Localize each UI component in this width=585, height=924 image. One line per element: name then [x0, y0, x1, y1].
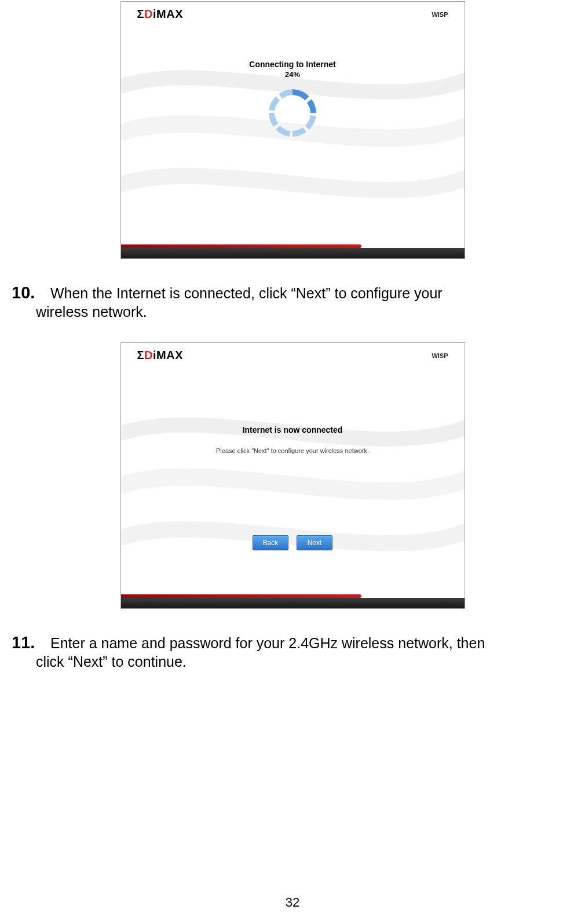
step-text-line1: When the Internet is connected, click “N… — [50, 285, 443, 301]
next-button[interactable]: Next — [297, 535, 332, 550]
step-number: 10. — [12, 282, 46, 303]
footer-bar — [121, 598, 465, 609]
step-11: 11. Enter a name and password for your 2… — [12, 632, 573, 671]
step-10: 10. When the Internet is connected, clic… — [12, 282, 573, 322]
connecting-percent: 24% — [121, 70, 465, 79]
screenshot-connecting: ΣDiMAX WISP Connecting to Internet 24% — [120, 1, 465, 259]
back-button[interactable]: Back — [253, 535, 288, 550]
mode-label: WISP — [432, 349, 448, 359]
step-number: 11. — [12, 632, 46, 653]
footer-bar — [121, 248, 465, 259]
connected-title: Internet is now connected — [121, 375, 465, 434]
page-number: 32 — [0, 895, 585, 910]
step-text-line2: wireless network. — [36, 303, 573, 321]
step-text-line2: click “Next” to continue. — [36, 653, 573, 671]
step-text-line1: Enter a name and password for your 2.4GH… — [50, 635, 485, 651]
brand-logo: ΣDiMAX — [137, 8, 183, 21]
connected-subtitle: Please click "Next" to configure your wi… — [121, 447, 465, 454]
loading-spinner-icon — [266, 87, 319, 139]
screenshot-connected: ΣDiMAX WISP Internet is now connected Pl… — [120, 342, 465, 609]
brand-logo: ΣDiMAX — [137, 349, 183, 362]
mode-label: WISP — [432, 8, 448, 18]
connecting-title: Connecting to Internet — [121, 34, 465, 69]
